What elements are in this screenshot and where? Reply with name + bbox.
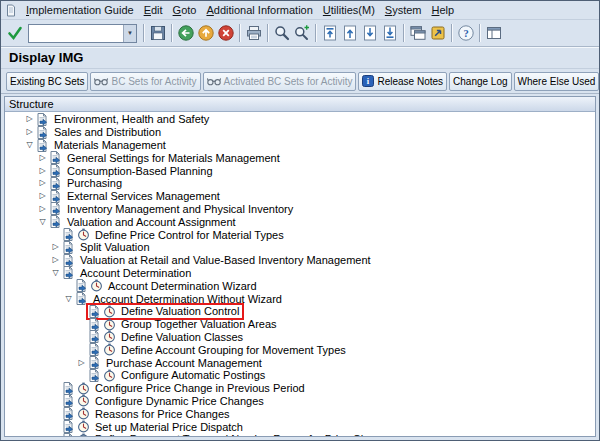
- tree-item-label[interactable]: Configure Price Change in Previous Perio…: [92, 382, 308, 394]
- menu-utilities-m[interactable]: Utilities(M): [318, 3, 380, 17]
- tree-item-label[interactable]: Environment, Health and Safety: [51, 113, 212, 125]
- print-icon[interactable]: [244, 23, 264, 43]
- img-activity-icon[interactable]: [103, 369, 118, 382]
- back-icon[interactable]: [176, 23, 196, 43]
- find-next-icon[interactable]: [292, 23, 312, 43]
- menu-help[interactable]: Help: [427, 3, 460, 17]
- img-doc-icon[interactable]: [62, 254, 77, 267]
- last-page-icon[interactable]: [380, 23, 400, 43]
- expand-icon[interactable]: ▷: [49, 254, 62, 266]
- img-activity-icon[interactable]: [77, 394, 92, 407]
- tree-item-label[interactable]: Consumption-Based Planning: [64, 165, 216, 177]
- tree-item-label[interactable]: Define Price Control for Material Types: [92, 229, 287, 241]
- img-doc-icon[interactable]: [62, 266, 77, 279]
- tree-item-label[interactable]: Account Determination: [77, 267, 194, 279]
- img-doc-icon[interactable]: [88, 305, 103, 318]
- expand-icon[interactable]: ▷: [23, 113, 36, 125]
- img-doc-icon[interactable]: [36, 126, 51, 139]
- img-doc-icon[interactable]: [49, 190, 64, 203]
- img-doc-icon[interactable]: [49, 202, 64, 215]
- expand-icon[interactable]: ▷: [49, 241, 62, 253]
- release-notes-button[interactable]: iRelease Notes: [358, 72, 447, 91]
- img-doc-icon[interactable]: [62, 407, 77, 420]
- where-else-used-button[interactable]: Where Else Used: [514, 72, 600, 91]
- img-activity-icon[interactable]: [103, 318, 118, 331]
- create-shortcut-icon[interactable]: [428, 23, 448, 43]
- img-doc-icon[interactable]: [75, 292, 90, 305]
- collapse-icon[interactable]: ▽: [36, 216, 49, 228]
- command-field[interactable]: [29, 25, 123, 42]
- tree-item-label[interactable]: Account Determination Wizard: [105, 280, 260, 292]
- img-activity-icon[interactable]: [77, 420, 92, 433]
- expand-icon[interactable]: ▷: [75, 357, 88, 369]
- first-page-icon[interactable]: [320, 23, 340, 43]
- img-activity-icon[interactable]: [90, 279, 105, 292]
- collapse-icon[interactable]: ▽: [23, 139, 36, 151]
- customize-layout-icon[interactable]: [484, 23, 504, 43]
- collapse-icon[interactable]: ▽: [62, 293, 75, 305]
- img-activity-icon[interactable]: [77, 433, 92, 436]
- menu-system[interactable]: System: [380, 3, 427, 17]
- expand-icon[interactable]: ▷: [36, 203, 49, 215]
- tree-item-label[interactable]: Set up Material Price Dispatch: [92, 421, 246, 433]
- cancel-icon[interactable]: [216, 23, 236, 43]
- img-doc-icon[interactable]: [49, 164, 64, 177]
- menu-implementation-guide[interactable]: Implementation Guide: [21, 3, 139, 17]
- tree-item-label[interactable]: Valuation at Retail and Value-Based Inve…: [77, 254, 374, 266]
- img-activity-icon[interactable]: [103, 330, 118, 343]
- img-doc-icon[interactable]: [88, 318, 103, 331]
- img-doc-icon[interactable]: [62, 433, 77, 436]
- tree-item-label[interactable]: Define Account Grouping for Movement Typ…: [118, 344, 349, 356]
- tree-item-label[interactable]: Group Together Valuation Areas: [118, 318, 280, 330]
- tree-item-label[interactable]: Sales and Distribution: [51, 126, 164, 138]
- tree-item-label[interactable]: Inventory Management and Physical Invent…: [64, 203, 296, 215]
- menu-goto[interactable]: Goto: [168, 3, 202, 17]
- img-doc-icon[interactable]: [62, 382, 77, 395]
- img-doc-icon[interactable]: [62, 394, 77, 407]
- img-doc-icon[interactable]: [62, 420, 77, 433]
- bc-sets-for-activity-button[interactable]: BC Sets for Activity: [90, 72, 200, 91]
- new-session-icon[interactable]: [408, 23, 428, 43]
- previous-page-icon[interactable]: [340, 23, 360, 43]
- img-doc-icon[interactable]: [49, 215, 64, 228]
- find-icon[interactable]: [272, 23, 292, 43]
- tree-item-label[interactable]: Define Document Type and Number Range fo…: [92, 433, 394, 436]
- expand-icon[interactable]: ▷: [23, 126, 36, 138]
- img-doc-icon[interactable]: [75, 279, 90, 292]
- collapse-icon[interactable]: ▽: [49, 267, 62, 279]
- img-doc-icon[interactable]: [62, 228, 77, 241]
- expand-icon[interactable]: ▷: [36, 177, 49, 189]
- tree-item-label[interactable]: General Settings for Materials Managemen…: [64, 152, 283, 164]
- menu-edit[interactable]: Edit: [139, 3, 168, 17]
- save-icon[interactable]: [148, 23, 168, 43]
- tree-item-label[interactable]: Configure Dynamic Price Changes: [92, 395, 267, 407]
- tree-item-label[interactable]: Reasons for Price Changes: [92, 408, 233, 420]
- activated-bc-sets-for-activity-button[interactable]: Activated BC Sets for Activity: [203, 72, 357, 91]
- existing-bc-sets-button[interactable]: Existing BC Sets: [6, 72, 88, 91]
- img-activity-icon[interactable]: [103, 305, 118, 318]
- img-doc-icon[interactable]: [36, 139, 51, 152]
- img-activity-icon[interactable]: [77, 228, 92, 241]
- tree-item-label[interactable]: Purchasing: [64, 177, 125, 189]
- img-doc-icon[interactable]: [49, 151, 64, 164]
- img-doc-icon[interactable]: [88, 343, 103, 356]
- img-doc-icon[interactable]: [62, 241, 77, 254]
- expand-icon[interactable]: ▷: [36, 152, 49, 164]
- img-doc-icon[interactable]: [49, 177, 64, 190]
- menu-additional-information[interactable]: Additional Information: [201, 3, 317, 17]
- tree-item-label[interactable]: Define Valuation Control: [118, 305, 242, 317]
- help-icon[interactable]: ?: [456, 23, 476, 43]
- img-activity-icon[interactable]: [77, 407, 92, 420]
- tree-item-label[interactable]: Define Valuation Classes: [118, 331, 246, 343]
- tree-item-label[interactable]: Purchase Account Management: [103, 357, 265, 369]
- img-doc-icon[interactable]: [88, 356, 103, 369]
- img-doc-icon[interactable]: [36, 113, 51, 126]
- exit-icon[interactable]: [196, 23, 216, 43]
- tree-item-label[interactable]: Valuation and Account Assignment: [64, 216, 239, 228]
- tree-item-label[interactable]: Split Valuation: [77, 241, 153, 253]
- img-activity-icon[interactable]: [103, 343, 118, 356]
- next-page-icon[interactable]: [360, 23, 380, 43]
- img-doc-icon[interactable]: [88, 369, 103, 382]
- command-field-dropdown-icon[interactable]: ▼: [123, 25, 136, 42]
- change-log-button[interactable]: Change Log: [449, 72, 512, 91]
